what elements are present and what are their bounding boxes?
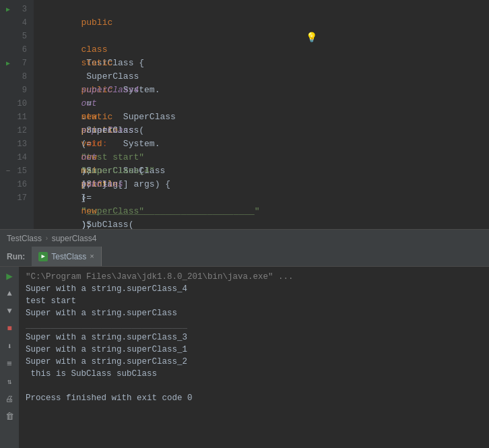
line-num-4: 4 [13, 16, 30, 30]
run-button[interactable]: ▶ [3, 269, 16, 283]
run-output[interactable]: "C:\Program Files\Java\jdk1.8.0_201\bin\… [19, 267, 489, 448]
code-text [81, 152, 86, 162]
line-num-12: 12 [13, 124, 30, 137]
gutter-row: 16 [3, 178, 30, 191]
line-num-17: 17 [13, 191, 30, 205]
code-content: ▶ 3 4 5 6 ▶ 7 [0, 0, 489, 229]
param-label: str: [81, 139, 107, 149]
string-literal: "superClass_4" [81, 166, 154, 176]
gutter-row: 14 [3, 151, 30, 164]
code-text: = [81, 98, 96, 108]
code-text: SuperClass( [81, 125, 144, 135]
run-panel: Run: ▶ TestClass × ▶ ▲ ▼ ■ ⬇ ≡ ⇅ 🖨 🗑 "C:… [0, 247, 489, 448]
gutter-row: 11 [3, 110, 30, 124]
run-arrow-3[interactable]: ▶ [3, 5, 13, 13]
keyword: public [81, 18, 112, 28]
line-num-13: 13 [13, 137, 30, 151]
line-num-11: 11 [13, 110, 30, 124]
keyword: static [81, 58, 112, 68]
scroll-down-button[interactable]: ▼ [3, 305, 16, 318]
tab-run-icon: ▶ [38, 252, 48, 261]
sort-button[interactable]: ⇅ [3, 375, 16, 388]
code-text: SuperClass [81, 71, 144, 82]
run-arrow-7[interactable]: ▶ [3, 59, 13, 67]
tab-close-button[interactable]: × [90, 253, 94, 261]
gutter-row: 12 [3, 124, 30, 137]
output-line-6: Super with a string.superClass_2 [26, 356, 482, 368]
run-sidebar: ▶ ▲ ▼ ■ ⬇ ≡ ⇅ 🖨 🗑 [0, 267, 19, 448]
run-label: Run: [0, 252, 32, 261]
gutter-row: 5 [3, 30, 30, 43]
variable: superClass4 [81, 85, 139, 95]
line-num-15: 15 [13, 164, 30, 178]
gutter-row: 9 [3, 84, 30, 97]
output-line-divider: ________________________________ [26, 319, 482, 331]
code-text: SubClass( [81, 220, 133, 229]
delete-button[interactable]: 🗑 [3, 410, 16, 423]
gutter-row: 6 [3, 43, 30, 57]
bulb-icon[interactable]: 💡 [306, 31, 317, 44]
code-text: ); [81, 179, 92, 189]
output-line-blank [26, 380, 482, 392]
line-num-10: 10 [13, 97, 30, 110]
keyword: new [81, 206, 96, 216]
tab-label: TestClass [51, 252, 86, 261]
stop-button[interactable]: ▲ [3, 287, 16, 300]
settings-button[interactable]: ≡ [3, 357, 16, 371]
line-num-14: 14 [13, 151, 30, 164]
print-button[interactable]: 🖨 [3, 392, 16, 406]
editor-area: ▶ 3 4 5 6 ▶ 7 [0, 0, 489, 229]
code-line-10: SuperClass superClass = new SuperClass( … [39, 97, 489, 110]
output-line-cmd: "C:\Program Files\Java\jdk1.8.0_201\bin\… [26, 271, 482, 283]
lines-area[interactable]: public class TestClass { static SuperCla… [34, 0, 489, 229]
gutter-row: 13 [3, 137, 30, 151]
breadcrumb-separator: › [44, 234, 49, 243]
gutter-row: 8 [3, 70, 30, 84]
gutter-row: 17 [3, 191, 30, 205]
gutter-row: − 15 [3, 164, 30, 178]
line-num-16: 16 [13, 178, 30, 191]
code-line-17 [39, 191, 489, 205]
breadcrumb-class[interactable]: TestClass [7, 234, 42, 243]
stop-process-button[interactable]: ■ [3, 322, 16, 335]
gutter-row: ▶ 7 [3, 57, 30, 70]
run-tabs-bar: Run: ▶ TestClass × [0, 247, 489, 267]
string-literal: "________________________________" [81, 206, 259, 216]
code-text [81, 44, 102, 55]
line-num-8: 8 [13, 70, 30, 84]
down-arrow-button[interactable]: ⬇ [3, 340, 16, 353]
gutter-row: ▶ 3 [3, 3, 30, 16]
line-num-6: 6 [13, 43, 30, 57]
keyword: new [81, 112, 96, 122]
output-line-4: Super with a string.superClass_3 [26, 331, 482, 344]
run-arrow-15: − [3, 167, 13, 175]
output-line-2: test start [26, 295, 482, 307]
gutter: ▶ 3 4 5 6 ▶ 7 [0, 0, 34, 229]
output-line-exit: Process finished with exit code 0 [26, 392, 482, 404]
gutter-row: 4 [3, 16, 30, 30]
breadcrumb: TestClass › superClass4 [0, 229, 489, 247]
gutter-row: 10 [3, 97, 30, 110]
code-text: } [81, 193, 86, 203]
line-num-5: 5 [13, 30, 30, 43]
code-line-5: static SuperClass superClass4 = new Supe… [39, 30, 489, 43]
output-line-7: this is SubClass subClass [26, 368, 482, 380]
breadcrumb-method[interactable]: superClass4 [52, 234, 97, 243]
output-line-1: Super with a string.superClass_4 [26, 283, 482, 295]
line-num-7: 7 [13, 57, 30, 70]
line-num-3: 3 [13, 3, 30, 16]
output-line-3: Super with a string.superClass [26, 307, 482, 319]
code-line-3: public class TestClass { [39, 3, 489, 16]
run-tab-testclass[interactable]: ▶ TestClass × [32, 247, 102, 266]
line-num-9: 9 [13, 84, 30, 97]
run-body: ▶ ▲ ▼ ■ ⬇ ≡ ⇅ 🖨 🗑 "C:\Program Files\Java… [0, 267, 489, 448]
output-line-5: Super with a string.superClass_1 [26, 344, 482, 356]
